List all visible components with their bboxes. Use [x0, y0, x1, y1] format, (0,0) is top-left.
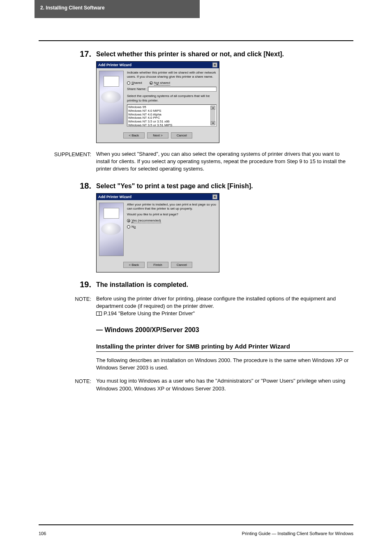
os-instruction: Select the operating systems of all comp…: [127, 94, 217, 103]
add-printer-wizard-share-dialog: Add Printer Wizard × Indicate whether th…: [96, 61, 219, 143]
shared-label: Shared: [131, 81, 142, 85]
step-instruction: Select whether this printer is shared or…: [96, 49, 353, 59]
step-instruction: The installation is completed.: [96, 280, 353, 289]
wizard-image: [99, 203, 124, 256]
note-label: NOTE:: [39, 295, 96, 318]
supplement-text: When you select "Shared", you can also s…: [96, 150, 353, 173]
shared-radio[interactable]: Shared: [127, 81, 142, 85]
dialog-title-text: Add Printer Wizard: [98, 63, 131, 67]
book-icon: [96, 312, 102, 316]
radio-icon: [150, 81, 153, 85]
not-shared-radio[interactable]: Not shared: [150, 81, 170, 85]
scrollbar[interactable]: ▲ ▼: [210, 106, 215, 125]
dialog-intro: Indicate whether this printer will be sh…: [127, 71, 217, 79]
heading-windows-version: — Windows 2000/XP/Server 2003: [96, 326, 353, 334]
dialog-content: Indicate whether this printer will be sh…: [127, 71, 217, 127]
dialog-title-text: Add Printer Wizard: [98, 195, 131, 199]
section-title: 2. Installing Client Software: [40, 5, 105, 11]
note1-ref: P.194 "Before Using the Printer Driver": [104, 310, 195, 316]
dialog-question: Would you like to print a test page?: [127, 212, 217, 217]
next-button[interactable]: Next >: [147, 132, 168, 138]
dialog-body: Indicate whether this printer will be sh…: [97, 68, 219, 129]
dialog-button-row: < Back Next > Cancel: [97, 129, 219, 143]
cancel-button[interactable]: Cancel: [171, 262, 192, 268]
share-name-row: Share Name:: [127, 87, 217, 92]
cancel-button[interactable]: Cancel: [171, 132, 192, 138]
scroll-up-icon[interactable]: ▲: [211, 106, 215, 110]
note2-row: NOTE: You must log into Windows as a use…: [39, 377, 353, 392]
dialog-body: After your printer is installed, you can…: [97, 200, 219, 259]
finish-button[interactable]: Finish: [147, 262, 168, 268]
dialog-intro: After your printer is installed, you can…: [127, 203, 217, 211]
list-item[interactable]: Windows NT 3.5 or 3.51 MIPS: [128, 124, 210, 127]
no-label: No: [131, 225, 136, 229]
yes-radio[interactable]: Yes (recommended): [127, 219, 217, 223]
top-rule: [39, 40, 353, 41]
step-number: 18.: [39, 181, 96, 191]
note2-text: You must log into Windows as a user who …: [96, 377, 353, 392]
step-17: 17. Select whether this printer is share…: [39, 49, 353, 59]
radio-icon: [127, 219, 130, 222]
share-name-input[interactable]: [148, 87, 217, 92]
step-18: 18. Select "Yes" to print a test page an…: [39, 181, 353, 191]
note1-row: NOTE: Before using the printer driver fo…: [39, 295, 353, 318]
section-header: 2. Installing Client Software: [35, 0, 200, 18]
step-instruction: Select "Yes" to print a test page and cl…: [96, 181, 353, 191]
os-listbox[interactable]: Windows 95 Windows NT 4.0 MIPS Windows N…: [127, 104, 217, 127]
back-button[interactable]: < Back: [123, 262, 145, 268]
dialog-titlebar: Add Printer Wizard ×: [97, 194, 219, 200]
footer-rule: [39, 524, 353, 525]
footer-text: Printing Guide — Installing Client Softw…: [242, 531, 353, 536]
close-icon[interactable]: ×: [212, 194, 217, 199]
dialog-titlebar: Add Printer Wizard ×: [97, 62, 219, 68]
no-radio[interactable]: No: [127, 225, 217, 229]
radio-icon: [127, 225, 130, 229]
step-number: 17.: [39, 49, 96, 59]
not-shared-label: Not shared: [154, 81, 170, 85]
page-number: 106: [39, 531, 46, 536]
dialog-18-wrap: Add Printer Wizard × After your printer …: [96, 193, 353, 272]
close-icon[interactable]: ×: [212, 62, 217, 67]
wizard-image: [99, 71, 124, 124]
dialog-17-wrap: Add Printer Wizard × Indicate whether th…: [96, 61, 353, 143]
page-content: 17. Select whether this printer is share…: [39, 49, 353, 401]
yes-label: Yes (recommended): [131, 219, 161, 223]
dialog-button-row: < Back Finish Cancel: [97, 259, 219, 272]
page-footer: 106 Printing Guide — Installing Client S…: [39, 531, 353, 536]
step-number: 19.: [39, 280, 96, 289]
note-text: Before using the printer driver for prin…: [96, 295, 353, 318]
share-name-label: Share Name:: [127, 87, 146, 91]
add-printer-wizard-testpage-dialog: Add Printer Wizard × After your printer …: [96, 193, 219, 272]
step-19: 19. The installation is completed.: [39, 280, 353, 289]
supplement-label: SUPPLEMENT:: [39, 150, 96, 173]
radio-icon: [127, 81, 130, 85]
note1-line1: Before using the printer driver for prin…: [96, 295, 336, 309]
share-radio-group: Shared Not shared: [127, 81, 217, 85]
os-list-items: Windows 95 Windows NT 4.0 MIPS Windows N…: [128, 106, 210, 125]
dialog-content: After your printer is installed, you can…: [127, 203, 217, 256]
supplement-row: SUPPLEMENT: When you select "Shared", yo…: [39, 150, 353, 173]
back-button[interactable]: < Back: [123, 132, 145, 138]
body-smb-text: The following describes an installation …: [96, 357, 353, 372]
note-label: NOTE:: [39, 377, 96, 392]
heading-smb-install: Installing the printer driver for SMB pr…: [96, 343, 353, 352]
scroll-down-icon[interactable]: ▼: [211, 121, 215, 125]
